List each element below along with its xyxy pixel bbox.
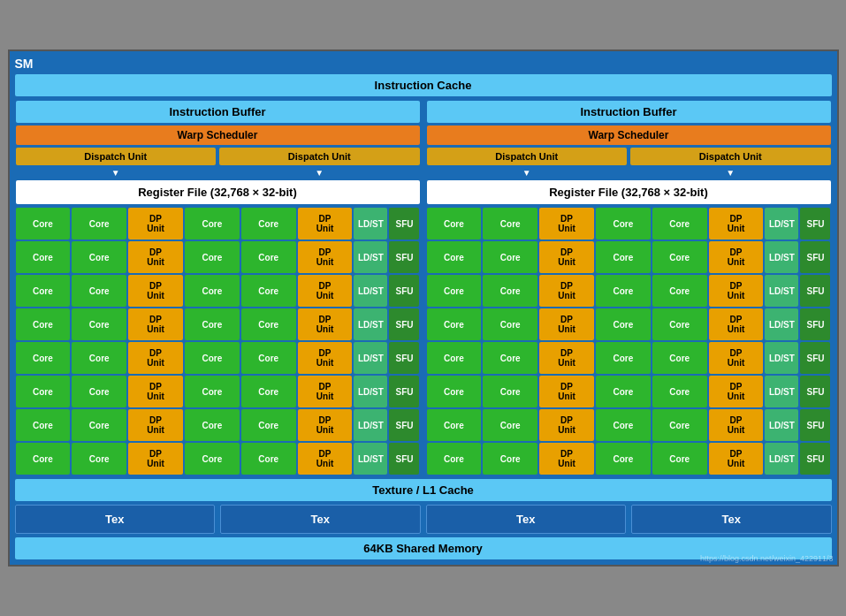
right-dispatch-unit-1: Dispatch Unit [427,148,628,165]
core-cell: Core [72,275,126,307]
dp-unit-cell: DPUnit [709,208,764,240]
core-cell: Core [72,376,126,407]
dp-unit-cell: DPUnit [128,409,183,441]
core-cell: Core [16,443,71,475]
core-row: CoreCoreDPUnitCoreCoreDPUnitLD/STSFU [427,376,831,407]
core-cell: Core [652,241,707,273]
core-cell: Core [241,208,296,240]
core-row: CoreCoreDPUnitCoreCoreDPUnitLD/STSFU [16,275,420,307]
dp-unit-cell: DPUnit [709,241,764,273]
core-cell: Core [72,342,126,374]
tex-row: Tex Tex Tex Tex [15,505,832,534]
dp-unit-cell: DPUnit [539,342,594,374]
instruction-cache: Instruction Cache [15,74,832,96]
core-row: CoreCoreDPUnitCoreCoreDPUnitLD/STSFU [16,342,420,374]
dp-unit-cell: DPUnit [298,308,353,340]
dp-unit-cell: DPUnit [539,241,594,273]
core-cell: Core [427,308,482,340]
texture-cache: Texture / L1 Cache [15,479,832,501]
left-dispatch-unit-2: Dispatch Unit [219,148,420,165]
sfu-cell: SFU [389,443,419,475]
dp-unit-cell: DPUnit [539,376,594,407]
core-cell: Core [16,342,71,374]
core-cell: Core [483,308,537,340]
dp-unit-cell: DPUnit [539,443,594,475]
core-cell: Core [652,308,707,340]
two-halves: Instruction Buffer Warp Scheduler Dispat… [15,100,832,475]
core-cell: Core [596,208,651,240]
dp-unit-cell: DPUnit [539,208,594,240]
core-cell: Core [72,208,126,240]
dp-unit-cell: DPUnit [539,308,594,340]
core-cell: Core [72,241,126,273]
core-cell: Core [483,208,537,240]
core-cell: Core [185,308,240,340]
tex-unit-2: Tex [220,505,421,534]
core-cell: Core [596,409,651,441]
ldst-cell: LD/ST [765,241,798,273]
core-cell: Core [16,275,71,307]
ldst-cell: LD/ST [765,409,798,441]
left-half: Instruction Buffer Warp Scheduler Dispat… [15,100,421,475]
left-instruction-buffer: Instruction Buffer [16,101,420,123]
core-cell: Core [185,342,240,374]
tex-unit-4: Tex [631,505,832,534]
core-row: CoreCoreDPUnitCoreCoreDPUnitLD/STSFU [16,308,420,340]
core-cell: Core [652,443,707,475]
dp-unit-cell: DPUnit [298,409,353,441]
right-dispatch-row: Dispatch Unit Dispatch Unit [427,148,831,165]
ldst-cell: LD/ST [765,208,798,240]
dp-unit-cell: DPUnit [298,342,353,374]
left-dispatch-unit-1: Dispatch Unit [16,148,217,165]
left-register-file: Register File (32,768 × 32-bit) [16,180,420,204]
dp-unit-cell: DPUnit [298,376,353,407]
core-cell: Core [596,241,651,273]
right-half: Instruction Buffer Warp Scheduler Dispat… [426,100,832,475]
core-cell: Core [241,308,296,340]
core-cell: Core [427,208,482,240]
core-cell: Core [483,409,537,441]
dp-unit-cell: DPUnit [128,342,183,374]
sfu-cell: SFU [800,342,830,374]
core-cell: Core [241,241,296,273]
right-register-file: Register File (32,768 × 32-bit) [427,180,831,204]
dp-unit-cell: DPUnit [709,376,764,407]
core-cell: Core [596,342,651,374]
core-cell: Core [72,409,126,441]
sfu-cell: SFU [800,241,830,273]
core-cell: Core [652,275,707,307]
core-cell: Core [596,275,651,307]
ldst-cell: LD/ST [354,342,387,374]
core-row: CoreCoreDPUnitCoreCoreDPUnitLD/STSFU [427,275,831,307]
core-cell: Core [427,443,482,475]
core-cell: Core [16,409,71,441]
core-cell: Core [652,376,707,407]
dp-unit-cell: DPUnit [539,409,594,441]
core-cell: Core [241,443,296,475]
sm-container: SM Instruction Cache Instruction Buffer … [8,49,839,567]
dp-unit-cell: DPUnit [709,342,764,374]
dp-unit-cell: DPUnit [128,376,183,407]
left-cores-grid: CoreCoreDPUnitCoreCoreDPUnitLD/STSFUCore… [16,208,420,475]
ldst-cell: LD/ST [765,376,798,407]
ldst-cell: LD/ST [765,308,798,340]
sm-label: SM [15,57,832,71]
core-cell: Core [483,342,537,374]
core-row: CoreCoreDPUnitCoreCoreDPUnitLD/STSFU [16,241,420,273]
dp-unit-cell: DPUnit [128,275,183,307]
tex-unit-3: Tex [426,505,627,534]
ldst-cell: LD/ST [765,443,798,475]
tex-unit-1: Tex [15,505,216,534]
core-row: CoreCoreDPUnitCoreCoreDPUnitLD/STSFU [427,443,831,475]
core-row: CoreCoreDPUnitCoreCoreDPUnitLD/STSFU [16,443,420,475]
dp-unit-cell: DPUnit [128,241,183,273]
core-cell: Core [185,376,240,407]
core-cell: Core [241,376,296,407]
dp-unit-cell: DPUnit [709,275,764,307]
sfu-cell: SFU [389,308,419,340]
core-cell: Core [652,342,707,374]
ldst-cell: LD/ST [354,241,387,273]
core-row: CoreCoreDPUnitCoreCoreDPUnitLD/STSFU [427,208,831,240]
core-cell: Core [596,376,651,407]
core-cell: Core [427,342,482,374]
